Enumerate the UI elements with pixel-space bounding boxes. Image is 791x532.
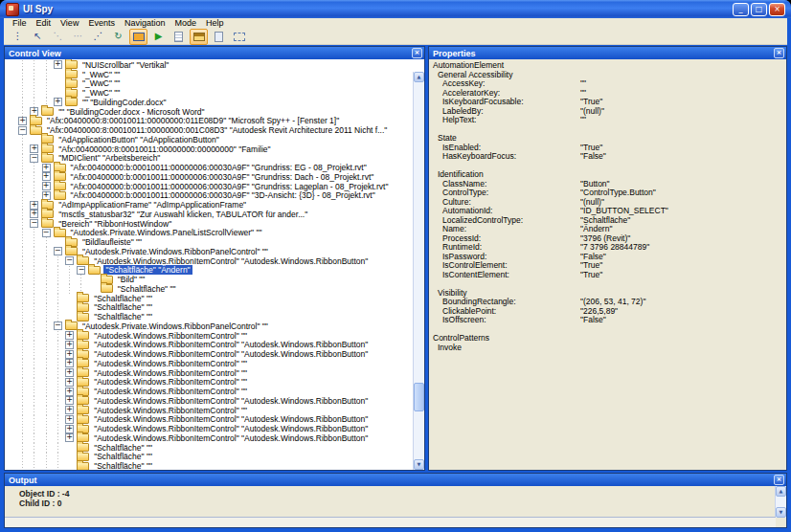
expand-toggle-icon[interactable]: +: [65, 433, 74, 442]
tree-node-label[interactable]: "Afx:00400000:8:00010011:00000000:001C08…: [45, 125, 389, 135]
expand-toggle-icon[interactable]: +: [65, 425, 74, 433]
tree-node-label[interactable]: "Autodesk.Windows.RibbonItemControl" "Au…: [92, 340, 370, 349]
tree-node-label[interactable]: "Autodesk.Private.Windows.PanelListScrol…: [69, 228, 264, 237]
expand-toggle-icon[interactable]: +: [65, 341, 74, 349]
output-vscrollbar[interactable]: [775, 486, 786, 518]
expand-toggle-icon[interactable]: +: [65, 331, 74, 340]
clipboard-button[interactable]: [210, 29, 228, 45]
expand-toggle-icon[interactable]: +: [65, 368, 74, 377]
expand-toggle-icon[interactable]: +: [30, 210, 38, 218]
collapse-toggle-icon[interactable]: −: [30, 154, 38, 163]
tree-node-label[interactable]: "Autodesk.Windows.RibbonItemControl" "": [92, 359, 249, 368]
tree-node-label[interactable]: "_WwC" "": [80, 78, 122, 88]
tree-node-label[interactable]: "msctls_statusbar32" "Zur Auswahl klicke…: [56, 210, 309, 219]
tree-node-label[interactable]: "Autodesk.Private.Windows.RibbonPanelCon…: [80, 247, 270, 256]
tree-node-label[interactable]: "_WwC" "": [80, 88, 122, 98]
expand-toggle-icon[interactable]: +: [65, 406, 74, 414]
nav-root-button[interactable]: ⋮: [9, 29, 27, 45]
expand-toggle-icon[interactable]: +: [65, 359, 74, 367]
tree-node-label[interactable]: "Autodesk.Windows.RibbonItemControl" "": [92, 387, 249, 396]
menu-item-navigation[interactable]: Navigation: [120, 18, 170, 29]
collapse-toggle-icon[interactable]: −: [42, 229, 51, 237]
expand-toggle-icon[interactable]: +: [42, 182, 51, 190]
tree-node-label[interactable]: "NUIScrollbar" "Vertikal": [80, 60, 170, 70]
close-button[interactable]: ×: [769, 3, 785, 16]
tree-node-label[interactable]: "Afx:00400000:b:00010011:00000006:00030A…: [69, 163, 369, 172]
tree-node-label[interactable]: "AdApplicationButton" "AdApplicationButt…: [56, 135, 221, 144]
menu-item-help[interactable]: Help: [201, 18, 229, 29]
tree-node-label[interactable]: "Schaltfläche" "": [92, 312, 154, 321]
menu-item-view[interactable]: View: [56, 18, 83, 29]
expand-toggle-icon[interactable]: +: [54, 98, 62, 106]
tree-node-label[interactable]: "Afx:00400000:b:00010011:00000006:00030A…: [69, 182, 391, 191]
tree-node-label[interactable]: "Bereich" "RibbonHostWindow": [56, 219, 173, 229]
collapse-toggle-icon[interactable]: −: [18, 126, 27, 135]
minimize-button[interactable]: _: [733, 3, 749, 16]
tree-node-label[interactable]: "Autodesk.Windows.RibbonItemControl" "Au…: [92, 396, 370, 406]
control-tree-scrollbar[interactable]: [413, 72, 424, 470]
output-close-button[interactable]: ×: [774, 475, 784, 485]
menu-item-file[interactable]: File: [8, 18, 32, 29]
start-events-button[interactable]: ▶: [149, 29, 168, 45]
hover-mode-button[interactable]: [190, 29, 208, 45]
scroll-up-icon[interactable]: [776, 486, 786, 497]
save-log-button[interactable]: [170, 29, 188, 45]
tree-node-label[interactable]: "Autodesk.Windows.RibbonItemControl" "Au…: [92, 433, 370, 443]
tree-node-label[interactable]: "Autodesk.Windows.RibbonItemControl" "": [92, 377, 249, 387]
tree-node-label[interactable]: "Autodesk.Windows.RibbonItemControl" "Au…: [92, 256, 370, 266]
selection-rect-mode-button[interactable]: [230, 29, 248, 45]
tree-node-label[interactable]: "Autodesk.Windows.RibbonItemControl" "": [92, 406, 249, 415]
expand-toggle-icon[interactable]: +: [65, 415, 74, 424]
tree-node-label[interactable]: "Autodesk.Windows.RibbonItemControl" "Au…: [92, 424, 370, 433]
tree-node-label[interactable]: "Autodesk.Windows.RibbonItemControl" "": [92, 368, 249, 378]
collapse-toggle-icon[interactable]: −: [30, 219, 38, 228]
tree-node-label[interactable]: "Schaltfläche" "": [116, 284, 178, 294]
tree-node-label[interactable]: "MDIClient" "Arbeitsbereich": [56, 153, 162, 163]
collapse-toggle-icon[interactable]: −: [77, 266, 85, 275]
menu-item-edit[interactable]: Edit: [32, 18, 56, 29]
nav-parent-button[interactable]: ↖: [29, 29, 47, 45]
tree-node-label[interactable]: "Afx:00400000:b:00010011:00000006:00030A…: [69, 172, 376, 182]
expand-toggle-icon[interactable]: +: [65, 378, 74, 387]
collapse-toggle-icon[interactable]: −: [54, 247, 62, 255]
tree-node-label[interactable]: "Afx:00400000:8:00010011:00000000:011E08…: [45, 116, 341, 125]
collapse-toggle-icon[interactable]: −: [54, 321, 62, 330]
nav-previous-sibling-button[interactable]: ⋯: [69, 29, 87, 45]
control-view-close-button[interactable]: ×: [412, 48, 422, 58]
nav-first-child-button[interactable]: ⋱: [49, 29, 67, 45]
tree-node-label[interactable]: "Schaltfläche" "": [92, 461, 154, 470]
nav-next-sibling-button[interactable]: ⋰: [89, 29, 107, 45]
focus-tracking-mode-button[interactable]: [129, 29, 147, 45]
tree-node-label[interactable]: "Schaltfläche" "": [92, 443, 154, 453]
tree-node-label-selected[interactable]: "Schaltfläche" "Ändern": [103, 265, 192, 275]
tree-node-label[interactable]: "Schaltfläche" "": [92, 294, 154, 303]
tree-node-label[interactable]: "Afx:00400000:8:00010011:00000000:000000…: [56, 144, 272, 154]
scroll-down-icon[interactable]: [414, 459, 424, 470]
tree-node-label[interactable]: "_WwC" "": [80, 70, 122, 79]
expand-toggle-icon[interactable]: +: [30, 144, 38, 153]
expand-toggle-icon[interactable]: +: [18, 117, 27, 125]
scroll-up-icon[interactable]: [414, 72, 424, 82]
expand-toggle-icon[interactable]: +: [42, 172, 51, 181]
scroll-down-icon[interactable]: [776, 507, 786, 518]
tree-node-label[interactable]: "Schaltfläche" "": [92, 452, 154, 461]
expand-toggle-icon[interactable]: +: [54, 60, 62, 69]
expand-toggle-icon[interactable]: +: [65, 388, 74, 396]
tree-node-label[interactable]: "Bildlaufleiste" "": [80, 237, 144, 247]
tree-node-label[interactable]: "AdImpApplicationFrame" "AdImpApplicatio…: [56, 200, 248, 210]
scroll-thumb[interactable]: [414, 383, 424, 411]
tree-node-label[interactable]: "Afx:00400000:b:00010011:00000006:00030A…: [69, 190, 377, 200]
refresh-button[interactable]: ↻: [109, 29, 127, 45]
tree-node-label[interactable]: "Bild" "": [116, 275, 147, 284]
tree-node-label[interactable]: "Schaltfläche" "": [92, 302, 154, 312]
tree-node-label[interactable]: "Autodesk.Private.Windows.RibbonPanelCon…: [80, 321, 270, 331]
expand-toggle-icon[interactable]: +: [65, 350, 74, 359]
maximize-button[interactable]: □: [751, 3, 767, 16]
output-hscrollbar[interactable]: [5, 517, 776, 527]
menu-item-events[interactable]: Events: [83, 18, 120, 29]
tree-node-label[interactable]: "Autodesk.Windows.RibbonItemControl" "Au…: [92, 414, 370, 424]
tree-node-label[interactable]: "Autodesk.Windows.RibbonItemControl" "": [92, 331, 249, 341]
properties-close-button[interactable]: ×: [774, 48, 784, 58]
collapse-toggle-icon[interactable]: −: [65, 256, 74, 265]
expand-toggle-icon[interactable]: +: [30, 201, 38, 210]
